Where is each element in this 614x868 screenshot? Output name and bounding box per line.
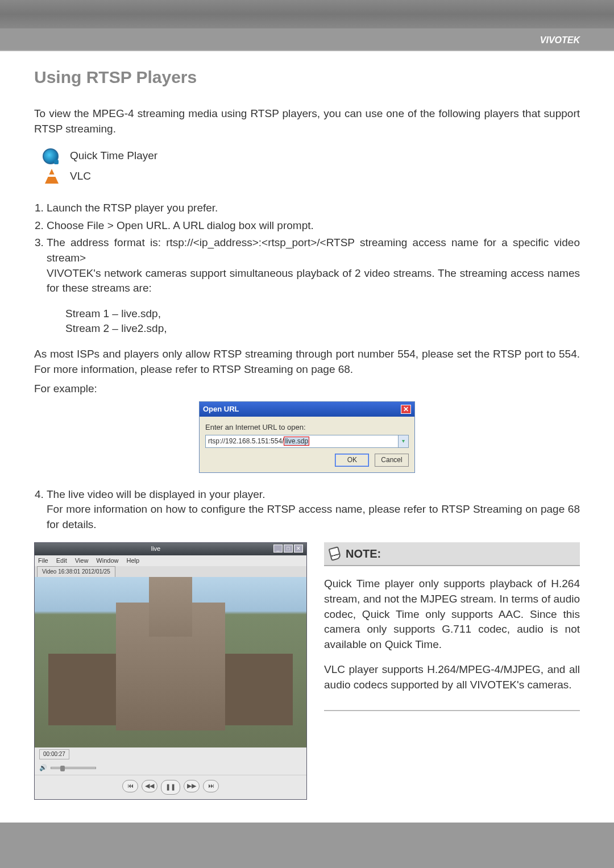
dropdown-icon[interactable]: ▾: [399, 435, 409, 448]
menu-help[interactable]: Help: [126, 556, 139, 565]
menu-edit[interactable]: Edit: [56, 556, 67, 565]
header-rule: [0, 50, 614, 51]
close-icon[interactable]: ✕: [401, 405, 411, 414]
steps-list: Launch the RTSP player you prefer. Choos…: [47, 201, 580, 296]
ok-button[interactable]: OK: [335, 454, 369, 467]
quicktime-icon: [43, 148, 59, 164]
step-3: The address format is: rtsp://<ip_addres…: [47, 235, 580, 296]
url-highlight: live.sdp: [284, 437, 309, 446]
stream-names: Stream 1 – live.sdp, Stream 2 – live2.sd…: [65, 306, 580, 337]
player-list: Quick Time Player VLC: [34, 148, 580, 184]
menu-window[interactable]: Window: [96, 556, 118, 565]
video-player-window: live _ □ ✕ File Edit View Window Help Vi…: [34, 542, 307, 799]
menu-view[interactable]: View: [75, 556, 89, 565]
step-3-line1: The address format is: rtsp://<ip_addres…: [47, 235, 580, 265]
play-pause-button[interactable]: ❚❚: [161, 780, 180, 795]
note-paragraph-2: VLC player supports H.264/MPEG-4/MJPEG, …: [324, 662, 580, 692]
step-2: Choose File > Open URL. A URL dialog box…: [47, 218, 580, 234]
menu-file[interactable]: File: [38, 556, 48, 565]
vlc-icon: [45, 169, 59, 184]
isp-paragraph: As most ISPs and players only allow RTSP…: [34, 347, 580, 377]
example-label: For example:: [34, 381, 580, 397]
page-footer: User's Manual - 21: [0, 823, 614, 868]
player-vlc: VLC: [43, 169, 580, 184]
url-prefix: rtsp://192.168.5.151:554/: [208, 437, 284, 445]
stream-2: Stream 2 – live2.sdp,: [65, 321, 580, 337]
note-heading: NOTE:: [346, 546, 381, 562]
skip-back-button[interactable]: ⏮: [122, 780, 138, 792]
note-paragraph-1: Quick Time player only supports playback…: [324, 576, 580, 652]
close-icon[interactable]: ✕: [294, 545, 303, 553]
open-url-dialog: Open URL ✕ Enter an Internet URL to open…: [199, 401, 415, 473]
video-frame: [35, 577, 306, 747]
steps-list-2: The live video will be displayed in your…: [47, 487, 580, 533]
player-controls: ⏮ ◀◀ ❚❚ ▶▶ ⏭: [35, 775, 306, 799]
top-texture: [0, 0, 614, 28]
volume-slider[interactable]: [51, 767, 96, 769]
rewind-button[interactable]: ◀◀: [142, 780, 157, 792]
note-section: NOTE: Quick Time player only supports pl…: [324, 542, 580, 711]
player-title: live: [38, 545, 273, 553]
maximize-icon[interactable]: □: [284, 545, 293, 553]
player-menu: File Edit View Window Help: [35, 555, 306, 566]
step-4-line2: For more information on how to configure…: [47, 502, 580, 532]
forward-button[interactable]: ▶▶: [184, 780, 200, 792]
player-status: 00:00:27: [35, 747, 306, 761]
elapsed-time: 00:00:27: [39, 749, 69, 759]
step-3-line2: VIVOTEK's network cameras support simult…: [47, 266, 580, 296]
player-titlebar: live _ □ ✕: [35, 543, 306, 555]
stream-1: Stream 1 – live.sdp,: [65, 306, 580, 322]
dialog-titlebar: Open URL ✕: [200, 402, 414, 417]
note-icon: [328, 546, 341, 561]
note-rule: [324, 710, 580, 711]
player-tab[interactable]: Video 16:38:01 2012/01/25: [37, 566, 115, 577]
cancel-button[interactable]: Cancel: [375, 454, 409, 467]
player-label: VLC: [70, 169, 91, 184]
skip-forward-button[interactable]: ⏭: [203, 780, 219, 792]
step-1: Launch the RTSP player you prefer.: [47, 201, 580, 216]
header-brand: VIVOTEK: [0, 28, 614, 50]
player-label: Quick Time Player: [70, 148, 157, 164]
step-4: The live video will be displayed in your…: [47, 487, 580, 533]
speaker-icon[interactable]: 🔊: [39, 763, 47, 772]
url-input[interactable]: rtsp://192.168.5.151:554/live.sdp: [205, 435, 399, 448]
player-quicktime: Quick Time Player: [43, 148, 580, 164]
minimize-icon[interactable]: _: [273, 545, 283, 553]
intro-paragraph: To view the MPEG-4 streaming media using…: [34, 106, 580, 136]
volume-row: 🔊: [35, 761, 306, 774]
dialog-title-text: Open URL: [203, 404, 239, 414]
page-title: Using RTSP Players: [34, 65, 580, 89]
step-4-line1: The live video will be displayed in your…: [47, 487, 580, 502]
dialog-label: Enter an Internet URL to open:: [205, 422, 409, 433]
